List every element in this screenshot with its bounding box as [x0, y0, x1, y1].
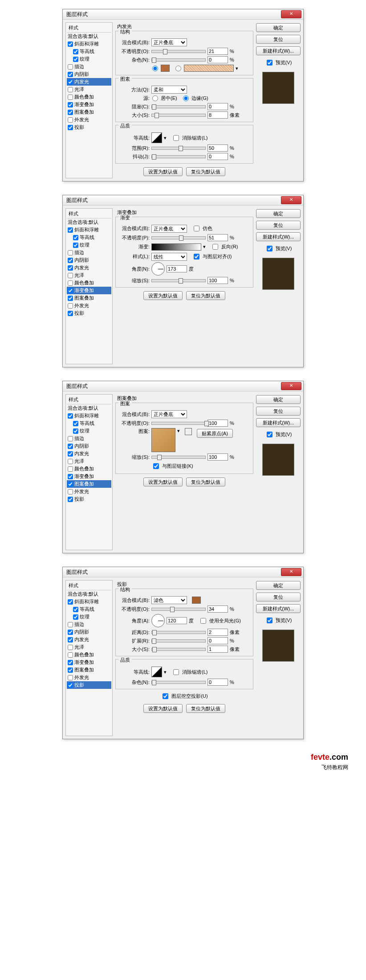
- style-bevel[interactable]: 斜面和浮雕: [67, 412, 111, 420]
- titlebar[interactable]: 图层样式 ✕: [63, 567, 303, 577]
- jitter-slider[interactable]: [151, 155, 206, 158]
- style-drop-shadow[interactable]: 投影: [67, 124, 111, 131]
- color-swatch[interactable]: [161, 65, 170, 72]
- noise-input[interactable]: [207, 679, 228, 686]
- style-inner-glow[interactable]: 内发光: [67, 636, 111, 643]
- style-drop-shadow[interactable]: 投影: [67, 309, 111, 317]
- antialias-checkbox[interactable]: [173, 135, 179, 141]
- style-inner-shadow[interactable]: 内阴影: [67, 256, 111, 264]
- style-contour[interactable]: 等高线: [67, 48, 111, 55]
- style-pattern-overlay[interactable]: 图案叠加: [67, 480, 111, 488]
- spread-slider[interactable]: [151, 639, 206, 642]
- blending-options[interactable]: 混合选项:默认: [67, 33, 111, 40]
- color-swatch[interactable]: [192, 597, 201, 604]
- style-pattern-overlay[interactable]: 图案叠加: [67, 108, 111, 116]
- knockout-checkbox[interactable]: [163, 693, 168, 699]
- scale-input[interactable]: [207, 453, 228, 461]
- style-color-overlay[interactable]: 颜色叠加: [67, 279, 111, 287]
- source-center-radio[interactable]: [152, 95, 158, 101]
- style-texture[interactable]: 纹理: [67, 55, 111, 63]
- jitter-input[interactable]: [207, 153, 228, 160]
- opacity-slider[interactable]: [151, 608, 206, 611]
- style-bevel[interactable]: 斜面和浮雕: [67, 226, 111, 234]
- scale-input[interactable]: [207, 277, 228, 284]
- ok-button[interactable]: 确定: [256, 581, 301, 590]
- style-contour[interactable]: 等高线: [67, 420, 111, 427]
- style-color-overlay[interactable]: 颜色叠加: [67, 465, 111, 473]
- style-outer-glow[interactable]: 外发光: [67, 674, 111, 681]
- distance-slider[interactable]: [151, 631, 206, 634]
- blend-mode-select[interactable]: 正片叠底: [151, 410, 187, 418]
- make-default-button[interactable]: 设置为默认值: [143, 291, 183, 300]
- antialias-checkbox[interactable]: [173, 669, 179, 675]
- style-satin[interactable]: 光泽: [67, 272, 111, 279]
- snap-origin-button[interactable]: 贴紧原点(A): [197, 429, 233, 438]
- dither-checkbox[interactable]: [194, 226, 199, 231]
- style-drop-shadow[interactable]: 投影: [67, 681, 111, 689]
- new-style-button[interactable]: 新建样式(W)...: [256, 46, 301, 55]
- dropdown-icon[interactable]: ▾: [236, 66, 238, 71]
- cancel-button[interactable]: 复位: [256, 407, 301, 416]
- titlebar[interactable]: 图层样式 ✕: [63, 381, 303, 391]
- choke-slider[interactable]: [151, 105, 206, 108]
- style-outer-glow[interactable]: 外发光: [67, 488, 111, 495]
- scale-slider[interactable]: [151, 456, 206, 459]
- angle-input[interactable]: [167, 617, 187, 624]
- style-satin[interactable]: 光泽: [67, 86, 111, 93]
- angle-dial[interactable]: [151, 614, 165, 627]
- style-drop-shadow[interactable]: 投影: [67, 495, 111, 503]
- distance-input[interactable]: [207, 629, 228, 636]
- cancel-button[interactable]: 复位: [256, 593, 301, 601]
- size-slider[interactable]: [151, 648, 206, 651]
- style-bevel[interactable]: 斜面和浮雕: [67, 40, 111, 48]
- opacity-input[interactable]: [207, 234, 228, 241]
- source-edge-radio[interactable]: [183, 95, 189, 101]
- new-preset-icon[interactable]: [185, 428, 192, 435]
- close-icon[interactable]: ✕: [281, 568, 301, 576]
- new-style-button[interactable]: 新建样式(W)...: [256, 418, 301, 427]
- ok-button[interactable]: 确定: [256, 209, 301, 218]
- opacity-input[interactable]: [207, 420, 228, 427]
- style-inner-glow[interactable]: 内发光: [67, 78, 111, 86]
- opacity-slider[interactable]: [151, 236, 206, 239]
- link-layer-checkbox[interactable]: [153, 463, 159, 469]
- style-contour[interactable]: 等高线: [67, 234, 111, 241]
- technique-select[interactable]: 柔和: [151, 86, 187, 94]
- contour-swatch[interactable]: [151, 132, 162, 143]
- close-icon[interactable]: ✕: [281, 196, 301, 204]
- blend-mode-select[interactable]: 滤色: [151, 596, 187, 604]
- pattern-swatch[interactable]: [151, 428, 175, 452]
- preview-checkbox[interactable]: [267, 618, 272, 623]
- blend-mode-select[interactable]: 正片叠底: [151, 38, 187, 46]
- choke-input[interactable]: [207, 103, 228, 110]
- noise-slider[interactable]: [151, 681, 206, 684]
- opacity-slider[interactable]: [151, 422, 206, 425]
- preview-checkbox[interactable]: [267, 246, 272, 251]
- size-input[interactable]: [207, 111, 228, 119]
- reverse-checkbox[interactable]: [212, 244, 218, 250]
- gradient-swatch[interactable]: [184, 65, 234, 72]
- angle-input[interactable]: [167, 265, 187, 272]
- style-outer-glow[interactable]: 外发光: [67, 116, 111, 124]
- noise-slider[interactable]: [151, 58, 206, 62]
- scale-slider[interactable]: [151, 279, 206, 282]
- style-gradient-overlay[interactable]: 渐变叠加: [67, 287, 111, 294]
- opacity-slider[interactable]: [151, 50, 206, 53]
- new-style-button[interactable]: 新建样式(W)...: [256, 604, 301, 613]
- source-color-radio[interactable]: [152, 66, 158, 71]
- source-gradient-radio[interactable]: [175, 66, 181, 71]
- style-inner-shadow[interactable]: 内阴影: [67, 70, 111, 78]
- range-input[interactable]: [207, 144, 228, 152]
- ok-button[interactable]: 确定: [256, 23, 301, 32]
- style-stroke[interactable]: 描边: [67, 621, 111, 628]
- reset-default-button[interactable]: 复位为默认值: [186, 478, 225, 486]
- style-stroke[interactable]: 描边: [67, 435, 111, 442]
- style-pattern-overlay[interactable]: 图案叠加: [67, 666, 111, 674]
- style-inner-shadow[interactable]: 内阴影: [67, 628, 111, 636]
- preview-checkbox[interactable]: [267, 432, 272, 437]
- size-slider[interactable]: [151, 114, 206, 117]
- titlebar[interactable]: 图层样式 ✕: [63, 9, 303, 20]
- reset-default-button[interactable]: 复位为默认值: [186, 167, 225, 176]
- style-texture[interactable]: 纹理: [67, 613, 111, 621]
- ok-button[interactable]: 确定: [256, 395, 301, 404]
